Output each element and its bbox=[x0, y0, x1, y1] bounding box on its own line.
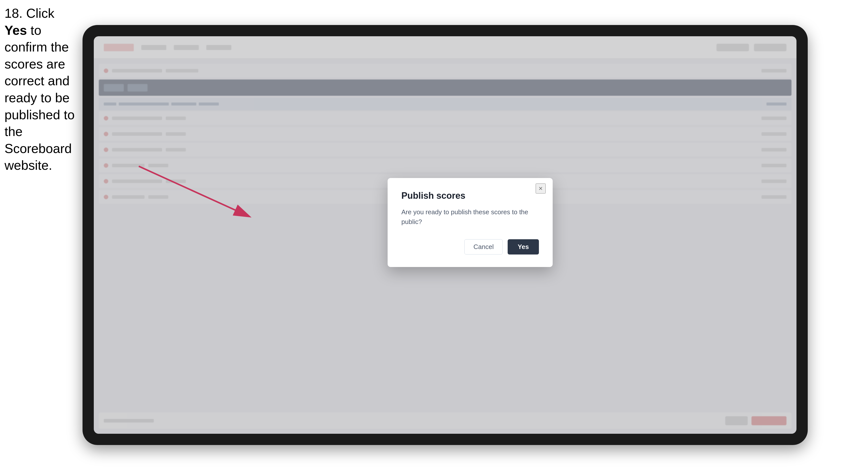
cancel-button[interactable]: Cancel bbox=[464, 239, 503, 254]
modal-title: Publish scores bbox=[401, 190, 539, 201]
yes-bold: Yes bbox=[4, 23, 27, 37]
tablet-device: × Publish scores Are you ready to publis… bbox=[83, 25, 808, 445]
modal-actions: Cancel Yes bbox=[401, 239, 539, 254]
instruction-prefix: Click bbox=[26, 6, 55, 21]
modal-message: Are you ready to publish these scores to… bbox=[401, 207, 539, 227]
close-icon: × bbox=[539, 185, 542, 192]
yes-button[interactable]: Yes bbox=[508, 239, 539, 254]
modal-overlay: × Publish scores Are you ready to publis… bbox=[94, 36, 797, 434]
tablet-screen: × Publish scores Are you ready to publis… bbox=[94, 36, 797, 434]
step-number: 18. bbox=[4, 6, 23, 21]
modal-close-button[interactable]: × bbox=[536, 184, 546, 193]
modal-dialog: × Publish scores Are you ready to publis… bbox=[388, 178, 553, 267]
instruction-suffix: to confirm the scores are correct and re… bbox=[4, 23, 74, 173]
instruction-text: 18. Click Yes to confirm the scores are … bbox=[4, 5, 77, 174]
